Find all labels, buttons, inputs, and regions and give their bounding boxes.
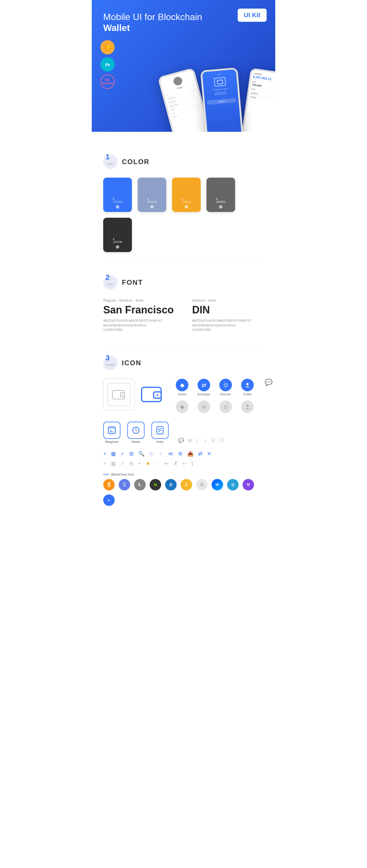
export-icon: 📤 — [187, 451, 194, 457]
svg-rect-14 — [110, 432, 114, 432]
ps-badge: Ps — [101, 57, 115, 72]
icon-profile-outline — [239, 401, 256, 413]
icon-history-item: History — [127, 422, 144, 443]
dash-icon: D — [165, 479, 177, 490]
font-uppercase-din: ABCDEFGHIJKLMNOPQRSTUVWXYZ — [192, 319, 264, 322]
order-label: Order — [156, 440, 164, 443]
discover-icon-outline: ⊙ — [219, 401, 232, 413]
crypto-icons-row: ₿ Ξ Ł N D Z ⬡ W Q M ∞ — [103, 479, 264, 506]
sketch-badge — [101, 40, 115, 55]
icon-wireframe-inner — [108, 383, 131, 406]
section-num-big: 1 — [106, 152, 110, 161]
font-style-label-sf: Regular · Medium · Bold — [103, 298, 175, 303]
profile-icon-circle — [241, 379, 254, 391]
plus-outline-icon: + — [103, 461, 106, 467]
section-num-label-3: THREE — [106, 364, 115, 366]
chat-icon: 💬 — [265, 379, 273, 386]
profile-icon-svg — [245, 382, 250, 388]
svg-rect-13 — [110, 431, 112, 431]
qtum-icon: Q — [227, 479, 238, 490]
svg-point-18 — [136, 430, 137, 431]
section-num-label: ONE — [107, 162, 113, 165]
settings-icon: ⚙ — [178, 451, 182, 457]
circle-sm-icon: ○ — [204, 438, 207, 443]
misc-icons-row1: 💬 ☰ ☽ ● 💬 ℹ — [265, 379, 275, 386]
phone-2: 9:41 Characters may be rendered in the g… — [200, 67, 244, 132]
management-label: Mangment — [105, 440, 118, 443]
icon-wireframe-group — [103, 379, 165, 410]
svg-point-5 — [122, 394, 123, 395]
icon-profile: Profile — [239, 379, 256, 396]
blockchain-text: BlockChain Icon — [111, 473, 134, 476]
hero-title-bold: Wallet — [103, 23, 130, 33]
profile-label: Profile — [244, 393, 251, 396]
section-icon-title: ICON — [122, 359, 141, 367]
section-font-title: FONT — [122, 278, 143, 286]
star-icon: ☆ — [149, 451, 154, 457]
font-lowercase-sf: abcdefghijklmnopqrstuvwxyz — [103, 323, 175, 327]
misc-icons-group: 💬 ☰ ☽ ● 💬 ℹ — [265, 379, 275, 386]
icon-discover: ⊙ Discover — [217, 379, 234, 396]
chain-icon: ∞ — [103, 494, 115, 506]
svg-point-10 — [246, 405, 249, 407]
waves-icon: W — [211, 479, 223, 490]
order-icon-svg — [156, 426, 164, 435]
screens-badge: 60+Screens — [101, 74, 115, 89]
section-num-1: 1 ONE — [103, 155, 117, 169]
color-dot — [219, 205, 223, 209]
color-card-lightblue: #8DA0C8 — [138, 178, 166, 212]
chat-sm-icon: 💬 — [178, 438, 184, 443]
color-card-gray: #666666 — [206, 178, 235, 212]
profile-outline-svg — [245, 404, 250, 410]
color-section: 1 ONE COLOR #3574FA #8DA0C8 #F5A623 #666… — [92, 143, 275, 264]
chevron-left-outline-icon: ﹤ — [155, 460, 160, 467]
font-style-label-din: Medium · Bold — [192, 298, 264, 303]
section-num-label-2: TWO — [107, 283, 114, 286]
icon-order-item: Order — [151, 422, 169, 443]
section-color-title: COLOR — [122, 158, 150, 166]
section-num-big-3: 3 — [106, 353, 110, 362]
history-icon — [127, 422, 144, 439]
color-palette-row: #3574FA #8DA0C8 #F5A623 #666666 #303030 — [103, 178, 264, 252]
color-card-blue: #3574FA — [103, 178, 132, 212]
section-num-big-2: 2 — [106, 273, 110, 282]
assets-icon-circle: ◆ — [176, 379, 188, 391]
phone-3: myWallet 6,297,502.12 BTC 738-2003 ETH W… — [241, 68, 275, 132]
misc-small-icons: 💬 ⊟ ☾ ○ 🗨 ⓘ — [178, 437, 224, 443]
color-card-orange: #F5A623 — [172, 178, 201, 212]
color-dot — [150, 205, 154, 209]
named-icons-group: ◆ Assets ⇄ Exchange ⊙ Discover — [173, 379, 256, 413]
return-icon: ↩ — [182, 460, 187, 467]
hero-section: Mobile UI for Blockchain Wallet UI Kit P… — [92, 0, 275, 132]
color-dot — [185, 205, 188, 209]
color-dot — [116, 245, 119, 249]
icon-exchange: ⇄ Exchange — [195, 379, 213, 396]
font-row: Regular · Medium · Bold San Francisco AB… — [103, 298, 264, 333]
icon-wireframe-outer — [103, 379, 135, 410]
close-x-icon: ✗ — [173, 460, 178, 467]
star-filled-icon: ★ — [146, 460, 150, 467]
management-icon — [103, 422, 120, 439]
list-outline-icon: ▦ — [111, 460, 116, 467]
icon-assets: ◆ Assets — [173, 379, 191, 396]
blockchain-label-row: BlockChain Icon — [103, 473, 264, 476]
plus-icon: + — [103, 451, 106, 457]
named-icons-row-outline: ◆ ⇄ ⊙ — [173, 401, 256, 413]
section-color-header: 1 ONE COLOR — [103, 155, 264, 169]
matic-icon: M — [243, 479, 254, 490]
discover-icon-circle: ⊙ — [219, 379, 232, 391]
icon-management-item: Mangment — [103, 422, 120, 443]
ui-kit-badge: UI Kit — [238, 9, 266, 22]
wallet-icon-blue-svg — [140, 384, 163, 404]
info-sm-icon: ⓘ — [219, 437, 224, 443]
font-section: 2 TWO FONT Regular · Medium · Bold San F… — [92, 264, 275, 344]
hero-title-regular: Mobile UI for Blockchain — [103, 12, 202, 22]
icon-top-row: ◆ Assets ⇄ Exchange ⊙ Discover — [103, 379, 264, 413]
chevron-left-icon: ﹤ — [158, 450, 163, 457]
font-col-din: Medium · Bold DIN ABCDEFGHIJKLMNOPQRSTUV… — [192, 298, 264, 333]
neo-icon: N — [150, 479, 161, 490]
share-outline-icon: ⇤ — [165, 460, 169, 467]
tool-badges: Ps 60+Screens — [101, 40, 115, 89]
zcash-icon: Z — [181, 479, 192, 490]
assets-icon-outline: ◆ — [176, 401, 188, 413]
